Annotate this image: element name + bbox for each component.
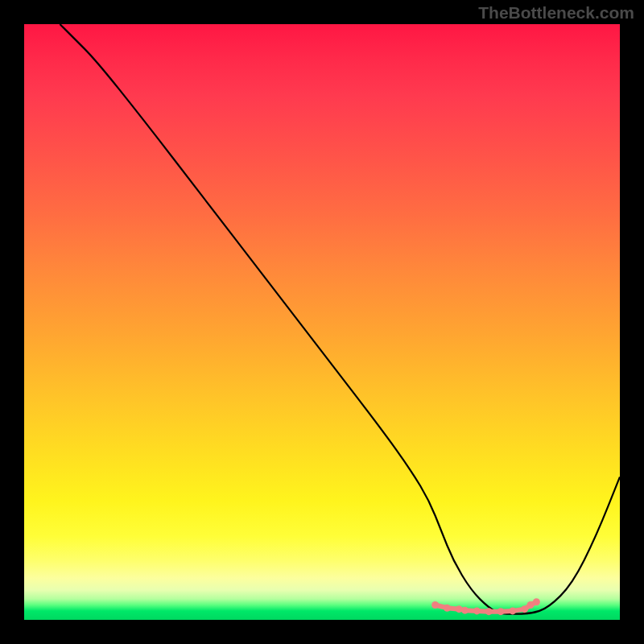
chart-background-gradient bbox=[24, 24, 620, 620]
watermark-text: TheBottleneck.com bbox=[478, 3, 634, 23]
chart-plot-area bbox=[24, 24, 620, 620]
